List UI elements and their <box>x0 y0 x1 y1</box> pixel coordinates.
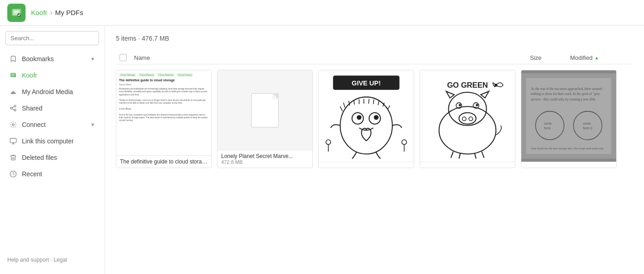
chevron-down-icon-connect: ▼ <box>90 122 95 127</box>
col-header-modified[interactable]: Modified ▲ <box>570 54 629 61</box>
sidebar-label-shared: Shared <box>22 105 42 112</box>
breadcrumb-separator: › <box>50 9 52 16</box>
checkbox-all[interactable] <box>119 54 127 61</box>
pdf-tab-3: Cloud Network <box>157 73 175 77</box>
pdf-doc-preview: Cloud Storage Cloud Backup Cloud Network… <box>116 70 211 155</box>
footer-links: Help and support · Legal <box>0 251 104 269</box>
file-card-3[interactable]: GIVE UP! <box>318 70 414 168</box>
search-wrap <box>0 31 104 51</box>
select-all-check[interactable] <box>119 54 130 61</box>
doc-icon <box>251 93 279 127</box>
svg-text:form: form <box>544 126 551 130</box>
col-modified-label: Modified <box>570 54 592 61</box>
svg-text:GIVE UP!: GIVE UP! <box>352 79 381 87</box>
sidebar-item-recent[interactable]: Recent <box>2 166 103 182</box>
col-size-label: Size <box>530 54 541 61</box>
svg-point-14 <box>326 140 331 144</box>
file-info-3 <box>319 162 414 168</box>
file-card-4[interactable]: GO GREEN <box>420 70 515 168</box>
file-grid: Cloud Storage Cloud Backup Cloud Network… <box>116 70 633 168</box>
logo-icon[interactable] <box>7 4 26 22</box>
sidebar-label-koofr: Koofr <box>22 72 37 79</box>
svg-point-26 <box>494 84 497 86</box>
pdf-tab-4: Cloud Testing <box>177 73 193 77</box>
file-thumb-2 <box>218 70 312 150</box>
help-link[interactable]: Help and support <box>7 257 49 263</box>
connect-icon <box>9 121 17 129</box>
item-count: 5 items · 476.7 MB <box>116 35 169 42</box>
file-name-1: The definitive guide to cloud storage <box>120 158 208 165</box>
svg-point-15 <box>402 140 406 144</box>
sidebar-item-bookmarks[interactable]: Bookmarks ▼ <box>2 51 103 67</box>
sidebar-item-connect[interactable]: Connect ▼ <box>2 116 103 133</box>
svg-rect-5 <box>10 138 16 142</box>
monster-illustration: GIVE UP! <box>319 70 414 162</box>
content-header: 5 items · 476.7 MB <box>116 35 633 42</box>
file-size-2: 472.8 MB <box>221 159 309 165</box>
file-card-5[interactable]: As the war of the two most approached, t… <box>521 70 617 168</box>
go-green-illustration: GO GREEN <box>420 70 515 162</box>
sidebar-item-shared[interactable]: Shared <box>2 100 103 116</box>
computer-icon <box>9 137 17 145</box>
file-thumb-5: As the war of the two most approached, t… <box>521 70 616 162</box>
file-list-header: Name Size Modified ▲ <box>116 51 633 64</box>
file-info-5 <box>521 162 616 168</box>
file-info-4 <box>420 162 515 168</box>
file-thumb-1: Cloud Storage Cloud Backup Cloud Network… <box>116 70 211 155</box>
svg-point-19 <box>459 113 476 124</box>
content-area: 5 items · 476.7 MB Name Size Modified ▲ <box>105 26 644 274</box>
svg-text:form 2: form 2 <box>583 126 592 130</box>
svg-point-24 <box>459 104 461 106</box>
bookmark-icon <box>9 55 17 63</box>
file-name-2: Lonely Planet Secret Marve... <box>221 153 309 159</box>
svg-rect-3 <box>10 73 16 77</box>
col-name-label: Name <box>134 54 150 61</box>
pdf-tab-2: Cloud Backup <box>138 73 155 77</box>
main-layout: Bookmarks ▼ Koofr My Android Media Share… <box>0 26 644 274</box>
sidebar-label-bookmarks: Bookmarks <box>22 55 54 63</box>
svg-text:As the war of the two most app: As the war of the two most approached, t… <box>531 87 602 91</box>
handwritten-doc: As the war of the two most approached, t… <box>521 70 616 162</box>
svg-point-21 <box>469 117 473 121</box>
file-card-2[interactable]: Lonely Planet Secret Marve... 472.8 MB <box>217 70 313 168</box>
sidebar-label-link-computer: Link this computer <box>22 137 74 145</box>
pdf-tabs: Cloud Storage Cloud Backup Cloud Network… <box>119 73 208 77</box>
col-header-size[interactable]: Size <box>530 54 566 61</box>
svg-text:GO GREEN: GO GREEN <box>447 81 488 90</box>
trash-icon <box>9 153 17 162</box>
svg-text:circle: circle <box>583 121 591 126</box>
svg-text:circle: circle <box>544 121 552 126</box>
doc-fold-inner <box>272 93 279 100</box>
sidebar-label-recent: Recent <box>22 170 42 178</box>
col-header-name[interactable]: Name <box>134 54 526 61</box>
svg-point-13 <box>374 115 379 120</box>
doc-icon-wrap <box>218 70 312 150</box>
svg-point-20 <box>462 117 466 121</box>
breadcrumb: Koofr › My PDFs <box>31 9 83 16</box>
svg-text:nothing to show for their work: nothing to show for their work. In the s… <box>531 92 600 96</box>
breadcrumb-current: My PDFs <box>55 9 83 16</box>
search-input[interactable] <box>5 31 99 45</box>
pdf-author: Sarah Mann <box>119 83 208 86</box>
koofr-icon <box>9 71 17 79</box>
android-icon <box>9 88 17 96</box>
svg-point-4 <box>12 124 14 126</box>
sidebar: Bookmarks ▼ Koofr My Android Media Share… <box>0 26 105 274</box>
legal-link[interactable]: Legal <box>53 257 67 263</box>
file-card-1[interactable]: Cloud Storage Cloud Backup Cloud Network… <box>116 70 212 168</box>
pdf-body-text: Businesses and individuals are increasin… <box>119 88 208 122</box>
breadcrumb-root[interactable]: Koofr <box>31 9 47 16</box>
sidebar-label-deleted-files: Deleted files <box>22 154 57 161</box>
sidebar-item-deleted-files[interactable]: Deleted files <box>2 149 103 166</box>
pdf-tab-1: Cloud Storage <box>119 73 136 77</box>
svg-point-17 <box>439 106 496 154</box>
sidebar-item-link-computer[interactable]: Link this computer <box>2 133 103 149</box>
file-thumb-4: GO GREEN <box>420 70 515 162</box>
svg-point-9 <box>340 97 392 154</box>
sidebar-item-android-media[interactable]: My Android Media <box>2 84 103 100</box>
sidebar-label-android-media: My Android Media <box>22 88 73 95</box>
file-info-1: The definitive guide to cloud storage <box>116 155 211 168</box>
sidebar-item-koofr[interactable]: Koofr <box>2 67 103 84</box>
recent-icon <box>9 170 17 178</box>
svg-text:up now - they could only try c: up now - they could only try creating a … <box>531 98 596 101</box>
